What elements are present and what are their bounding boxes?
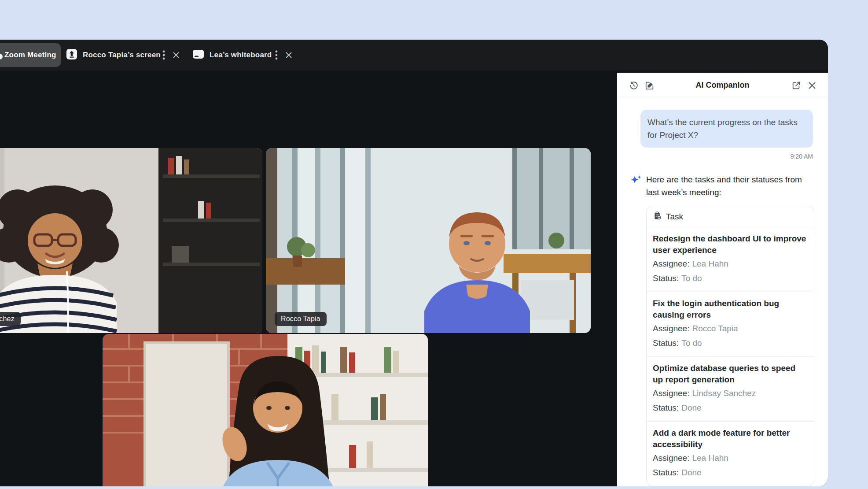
video-tile-lindsay[interactable]: Lindsay Sanchez <box>0 148 262 333</box>
participant-name-label: Lindsay Sanchez <box>0 312 21 326</box>
meeting-tab-bar: Zoom Meeting Rocco Tapia’s screen Lea’s … <box>0 40 828 70</box>
tab-rocco-screen[interactable]: Rocco Tapia’s screen <box>66 40 161 70</box>
tab-lea-menu-icon[interactable] <box>273 50 280 60</box>
task-card-header: Task <box>647 206 814 227</box>
popout-icon[interactable] <box>791 80 802 91</box>
task-assignee: Assignee:Rocco Tapia <box>653 322 808 335</box>
tab-rocco-menu-icon[interactable] <box>160 50 167 60</box>
task-status: Status:To do <box>653 272 808 285</box>
tab-zoom-meeting[interactable]: Zoom Meeting <box>0 43 61 67</box>
tab-label: Zoom Meeting <box>4 51 56 59</box>
ai-companion-panel: AI Companion What’s the current progress… <box>617 73 828 486</box>
whiteboard-icon <box>192 49 204 61</box>
history-icon[interactable] <box>629 80 639 91</box>
tab-label: Lea’s whiteboard <box>210 51 272 59</box>
task-assignee: Assignee:Lindsay Sanchez <box>653 387 808 400</box>
participant-name-label: Rocco Tapia <box>275 312 327 326</box>
task-status: Status:Done <box>653 466 808 479</box>
task-clipboard-icon <box>653 211 662 222</box>
tab-label: Rocco Tapia’s screen <box>83 51 161 59</box>
task-row: Optimize database queries to speed up re… <box>647 357 814 422</box>
share-screen-icon <box>66 48 77 62</box>
ai-response-text: Here are the tasks and their statuses fr… <box>646 173 813 199</box>
task-row: Redesign the dashboard UI to improve use… <box>647 227 814 292</box>
task-row: Add a dark mode feature for better acces… <box>647 422 814 486</box>
video-feed-lea <box>103 334 428 486</box>
task-assignee: Assignee:Lea Hahn <box>653 452 808 465</box>
ai-response: Here are the tasks and their statuses fr… <box>629 173 813 199</box>
task-row: Fix the login authentication bug causing… <box>647 292 814 357</box>
task-status: Status:To do <box>653 337 808 350</box>
task-status: Status:Done <box>653 401 808 415</box>
video-tile-lea[interactable]: Lea Hahn <box>103 334 428 486</box>
task-card: Task Redesign the dashboard UI to improv… <box>646 206 814 486</box>
user-message-bubble: What’s the current progress on the tasks… <box>640 110 813 148</box>
task-assignee: Assignee:Lea Hahn <box>653 257 808 270</box>
ai-companion-chat: What’s the current progress on the tasks… <box>617 98 828 486</box>
video-feed-rocco <box>266 148 591 333</box>
ai-companion-header: AI Companion <box>617 73 828 98</box>
task-card-title: Task <box>666 212 683 222</box>
camera-icon <box>0 54 3 59</box>
task-title: Redesign the dashboard UI to improve use… <box>653 233 808 256</box>
task-title: Optimize database queries to speed up re… <box>653 363 808 385</box>
zoom-app-window: Zoom Meeting Rocco Tapia’s screen Lea’s … <box>0 40 828 486</box>
task-title: Add a dark mode feature for better acces… <box>653 427 808 450</box>
tab-lea-whiteboard[interactable]: Lea’s whiteboard <box>192 40 272 70</box>
close-icon[interactable] <box>807 80 817 91</box>
ai-companion-sparkle-icon <box>629 173 646 199</box>
tab-rocco-close-icon[interactable] <box>172 50 180 60</box>
video-feed-lindsay <box>0 148 262 333</box>
screen: Zoom Meeting Rocco Tapia’s screen Lea’s … <box>0 0 868 489</box>
tab-lea-close-icon[interactable] <box>284 50 293 60</box>
task-title: Fix the login authentication bug causing… <box>653 298 808 321</box>
panel-title: AI Companion <box>696 81 750 90</box>
compose-icon[interactable] <box>644 80 655 91</box>
video-tile-rocco[interactable]: Rocco Tapia <box>266 148 591 333</box>
message-timestamp: 9:20 AM <box>629 153 813 160</box>
